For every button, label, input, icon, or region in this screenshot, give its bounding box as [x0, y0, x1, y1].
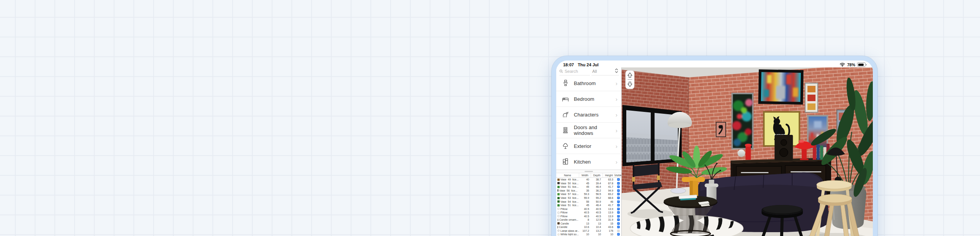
visible-checkbox[interactable]: ✓ [617, 178, 620, 181]
app-screen: 18:07 Thu 24 Jul 78% [556, 61, 873, 236]
sidebar-item-characters[interactable]: Characters› [556, 107, 621, 123]
panel-resize-handle[interactable] [556, 170, 621, 173]
table-row[interactable]: Candle ornam...812.531.9✓ [556, 218, 621, 222]
table-row[interactable]: Candle131315✓ [556, 222, 621, 226]
table-row[interactable]: Pillow40.540.513.9✓ [556, 207, 621, 211]
sidebar-item-kitchen[interactable]: Kitchen› [556, 154, 621, 170]
table-row[interactable]: Vase_57_lice...59.356.583.2✓ [556, 192, 621, 196]
object-width: 45 [579, 185, 591, 188]
category-filter-picker[interactable]: All [591, 67, 619, 75]
triptych-frame [805, 83, 818, 112]
visible-checkbox[interactable]: ✓ [617, 218, 620, 221]
object-width: 107.2 [579, 229, 591, 232]
pillow-thumbnail [557, 211, 560, 214]
kitchen-icon [562, 158, 569, 166]
date: Thu 24 Jul [578, 62, 598, 67]
visible-checkbox[interactable]: ✓ [617, 193, 620, 195]
vase-bush-thumbnail [557, 200, 560, 203]
object-name: Large glass ar... [560, 229, 579, 232]
sidebar-item-bedroom[interactable]: Bedroom› [556, 91, 621, 107]
sidebar-item-doors-and-windows[interactable]: Doors and windows› [556, 123, 621, 138]
object-width: 35 [579, 189, 591, 192]
table-row[interactable]: Vase_49_lice...4038.763.3✓ [556, 178, 621, 182]
door-icon [562, 126, 569, 134]
visible-checkbox[interactable]: ✓ [617, 211, 620, 214]
col-visible[interactable]: Visible [615, 173, 621, 177]
pillow-thumbnail [557, 215, 560, 217]
object-width: 40.5 [579, 215, 591, 218]
stepper-chevrons-icon [615, 68, 618, 75]
chevron-right-icon: › [616, 159, 617, 165]
table-row[interactable]: Vase_54_lice...5550.946✓ [556, 200, 621, 203]
books-on-table [679, 195, 697, 200]
scene-render: CARANT [622, 67, 873, 236]
search-box[interactable] [559, 67, 590, 75]
library-sidebar: All Bathroom›Bedroom›Characters›Doors an… [556, 67, 621, 236]
object-name: Vase_51_lice... [560, 185, 578, 188]
vase-slim-thumbnail [557, 189, 559, 192]
object-depth: 36.2 [591, 189, 603, 192]
table-row[interactable]: White light so...101010✓ [556, 233, 621, 236]
tablet-frame: 18:07 Thu 24 Jul 78% [552, 56, 877, 236]
sideboard-handle [791, 171, 821, 172]
objects-table: Name Width Depth Height Visible Vase_49_… [556, 173, 621, 236]
chevron-right-icon: › [616, 143, 617, 149]
object-width: 8 [579, 218, 591, 221]
sidebar-item-exterior[interactable]: Exterior› [556, 138, 621, 154]
visible-checkbox[interactable]: ✓ [617, 226, 620, 228]
col-depth[interactable]: Depth [591, 173, 603, 177]
visible-checkbox[interactable] [617, 229, 620, 232]
visible-checkbox[interactable]: ✓ [617, 200, 620, 203]
category-filter-value: All [592, 69, 597, 74]
col-height[interactable]: Height [603, 173, 615, 177]
candle-stick-thumbnail [557, 226, 558, 228]
visible-checkbox[interactable]: ✓ [617, 222, 620, 225]
toilet-icon [562, 79, 569, 87]
object-depth: 55.2 [591, 197, 603, 199]
table-row[interactable]: Vase_50_lice...4539.467.8✓ [556, 182, 621, 185]
search-input[interactable] [565, 69, 587, 74]
table-row[interactable]: Vase_51_lice...4546.441.7✓ [556, 185, 621, 189]
vase-plant-thumbnail [557, 204, 560, 206]
visible-checkbox[interactable]: ✓ [617, 185, 620, 188]
object-depth: 50.9 [591, 200, 603, 203]
table-row[interactable]: Vase_56_lice...3536.294.9✓ [556, 189, 621, 193]
visible-checkbox[interactable]: ✓ [617, 215, 620, 218]
table-row[interactable]: Candle10.610.443.6✓ [556, 225, 621, 229]
visible-checkbox[interactable]: ✓ [617, 208, 620, 210]
wifi-icon [840, 61, 845, 68]
object-height: 13.9 [603, 208, 615, 210]
visible-checkbox[interactable]: ✓ [617, 189, 620, 192]
object-width: 55.9 [579, 197, 591, 199]
col-width[interactable]: Width [579, 173, 591, 177]
speaker [774, 135, 793, 161]
elevation-control[interactable] [626, 70, 634, 89]
sidebar-item-label: Doors and windows [574, 125, 611, 136]
table-row[interactable]: Vase_51_lice...4546.441.7✓ [556, 203, 621, 207]
col-name[interactable]: Name [556, 173, 579, 177]
bed-icon [562, 95, 569, 103]
table-row[interactable]: Large glass ar...107.213.2175 [556, 229, 621, 233]
sidebar-item-bathroom[interactable]: Bathroom› [556, 75, 621, 91]
object-width: 40.5 [579, 208, 591, 210]
table-row[interactable]: Pillow40.540.513.9✓ [556, 211, 621, 215]
visible-checkbox[interactable]: ✓ [617, 204, 620, 206]
sidebar-item-label: Characters [574, 112, 611, 118]
visible-checkbox[interactable]: ✓ [617, 182, 620, 185]
window-mullion [651, 111, 655, 161]
table-row[interactable]: Pillow40.540.513.9✓ [556, 214, 621, 218]
object-name: Vase_49_lice... [560, 178, 578, 181]
visible-checkbox[interactable]: ✓ [617, 197, 620, 199]
sideboard-handle [741, 172, 769, 173]
vase-green-thumbnail [557, 193, 560, 195]
status-bar: 18:07 Thu 24 Jul 78% [556, 61, 873, 67]
object-depth: 40.5 [591, 211, 603, 214]
object-height: 67.8 [603, 182, 615, 185]
object-name: Vase_54_lice... [560, 200, 578, 203]
vase-plant-thumbnail [557, 186, 560, 188]
scene-3d-view[interactable]: CARANT [621, 67, 873, 236]
table-row[interactable]: Vase_53_lice...55.955.268.6✓ [556, 196, 621, 200]
battery-percent: 78% [847, 62, 855, 67]
city-painting-large [758, 69, 804, 105]
visible-checkbox[interactable]: ✓ [617, 233, 620, 236]
